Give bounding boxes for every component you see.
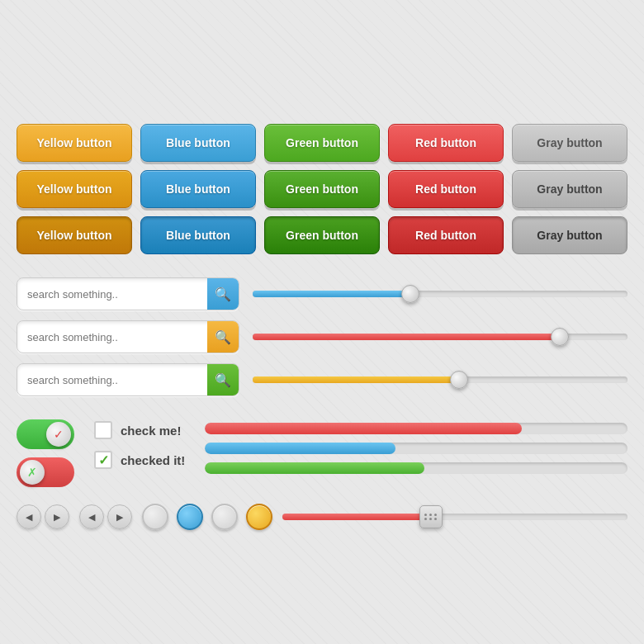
checkmark-icon: ✓ (98, 452, 109, 468)
gray-button-row1[interactable]: Gray button (512, 124, 627, 162)
search-row-2: 🔍 (17, 320, 627, 353)
red-button-row1[interactable]: Red button (388, 124, 504, 162)
controls-section: ✓ ✗ check me! ✓ checked it! (17, 419, 627, 487)
yellow-button-row2[interactable]: Yellow button (17, 170, 132, 208)
checkboxes-column: check me! ✓ checked it! (94, 421, 185, 469)
checkbox-checked[interactable]: ✓ (94, 451, 112, 469)
slider-blue[interactable] (253, 278, 627, 310)
search-input-green[interactable] (17, 366, 207, 395)
search-button-green[interactable]: 🔍 (207, 364, 239, 395)
dot-4 (424, 518, 427, 520)
nav-right-btn-1[interactable]: ▶ (45, 504, 69, 529)
nav-left-btn-1[interactable]: ◀ (17, 504, 41, 529)
dot-2 (429, 514, 432, 516)
slider-thumb-red[interactable] (551, 328, 569, 346)
bottom-slider[interactable] (282, 504, 627, 530)
radio-group (142, 504, 272, 530)
slider-fill-blue (253, 291, 410, 297)
checkbox-row-1[interactable]: check me! (94, 421, 185, 439)
blue-button-row1[interactable]: Blue button (140, 124, 256, 162)
radio-none-1[interactable] (142, 504, 168, 530)
search-icon-green: 🔍 (215, 372, 231, 388)
dot-3 (434, 514, 437, 516)
search-section: 🔍 🔍 (17, 277, 627, 396)
checkbox-unchecked[interactable] (94, 421, 112, 439)
slider-fill-yellow (253, 376, 459, 383)
green-button-row1[interactable]: Green button (264, 124, 380, 162)
slider-track-red (253, 334, 627, 340)
bottom-fill (282, 514, 438, 520)
progress-fill-red (205, 423, 522, 434)
toggle-knob-on: ✓ (46, 422, 71, 447)
search-row-3: 🔍 (17, 363, 627, 396)
handle-dots (424, 514, 438, 520)
slider-yellow[interactable] (253, 364, 627, 395)
nav-right-btn-2[interactable]: ▶ (107, 504, 132, 529)
progress-fill-blue (205, 443, 395, 454)
checkbox-label-1: check me! (121, 424, 181, 438)
gray-button-row2[interactable]: Gray button (512, 170, 627, 208)
search-box-orange: 🔍 (17, 320, 239, 353)
bottom-handle[interactable] (419, 505, 443, 528)
search-icon-orange: 🔍 (215, 329, 231, 345)
red-button-row3[interactable]: Red button (388, 216, 504, 254)
toggle-knob-off: ✗ (20, 460, 45, 485)
slider-track-blue (253, 291, 627, 297)
slider-thumb-yellow[interactable] (450, 371, 468, 389)
search-button-orange[interactable]: 🔍 (207, 321, 239, 353)
search-row-1: 🔍 (17, 277, 627, 310)
yellow-button-row3[interactable]: Yellow button (17, 216, 132, 254)
bottom-track (282, 514, 627, 520)
buttons-section: Yellow button Blue button Green button R… (17, 124, 627, 254)
progress-track-blue (205, 443, 627, 454)
search-box-blue: 🔍 (17, 277, 239, 310)
gray-button-row3[interactable]: Gray button (512, 216, 627, 254)
slider-thumb-blue[interactable] (401, 285, 419, 303)
checkbox-label-2: checked it! (121, 453, 185, 467)
nav-arrows-group-2: ◀ ▶ (79, 504, 132, 529)
radio-blue[interactable] (177, 504, 203, 530)
progress-fill-green (205, 462, 424, 474)
toggles-column: ✓ ✗ (17, 419, 74, 487)
search-input-orange[interactable] (17, 323, 207, 352)
toggle-off[interactable]: ✗ (17, 457, 74, 487)
search-button-blue[interactable]: 🔍 (207, 278, 239, 310)
dot-1 (424, 514, 427, 516)
nav-left-btn-2[interactable]: ◀ (79, 504, 104, 529)
green-button-row2[interactable]: Green button (264, 170, 380, 208)
radio-yellow[interactable] (246, 504, 272, 530)
nav-arrows-group-1: ◀ ▶ (17, 504, 69, 529)
blue-button-row2[interactable]: Blue button (140, 170, 256, 208)
slider-track-yellow (253, 376, 627, 383)
progress-bars-column (205, 423, 627, 474)
search-input-blue[interactable] (17, 280, 207, 309)
yellow-button-row1[interactable]: Yellow button (17, 124, 132, 162)
bottom-controls-row: ◀ ▶ ◀ ▶ (17, 504, 627, 530)
dot-6 (434, 518, 437, 520)
toggle-on[interactable]: ✓ (17, 419, 74, 449)
green-button-row3[interactable]: Green button (264, 216, 380, 254)
dot-5 (429, 518, 432, 520)
blue-button-row3[interactable]: Blue button (140, 216, 256, 254)
slider-fill-red (253, 334, 560, 340)
progress-track-red (205, 423, 627, 434)
slider-red[interactable] (253, 321, 627, 353)
search-box-green: 🔍 (17, 363, 239, 396)
checkbox-row-2[interactable]: ✓ checked it! (94, 451, 185, 469)
search-icon-blue: 🔍 (215, 286, 231, 302)
radio-none-2[interactable] (211, 504, 238, 530)
progress-track-green (205, 462, 627, 474)
red-button-row2[interactable]: Red button (388, 170, 504, 208)
